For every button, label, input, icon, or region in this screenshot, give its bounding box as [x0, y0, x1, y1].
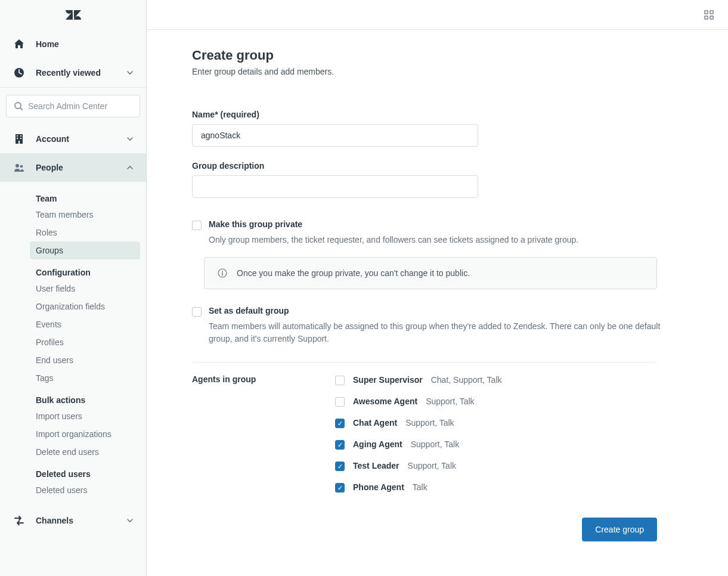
topbar [147, 0, 728, 30]
agent-products: Talk [413, 482, 427, 492]
chevron-down-icon [126, 516, 134, 525]
apps-icon[interactable] [704, 10, 714, 20]
footer-actions: Create group [192, 518, 657, 541]
agent-name: Chat Agent [353, 418, 397, 428]
page-title: Create group [192, 48, 683, 63]
create-group-button[interactable]: Create group [582, 518, 657, 541]
private-checkbox-row: Make this group private [192, 219, 683, 230]
default-checkbox[interactable] [192, 307, 202, 317]
subnav-link-import-organizations[interactable]: Import organizations [30, 425, 140, 443]
subnav-link-end-users[interactable]: End users [30, 351, 140, 369]
agent-checkbox[interactable] [335, 462, 345, 471]
chevron-down-icon [126, 135, 134, 143]
svg-rect-4 [20, 135, 21, 137]
default-checkbox-row: Set as default group [192, 306, 683, 317]
clock-icon [12, 67, 26, 79]
agent-name: Awesome Agent [353, 397, 417, 406]
svg-point-15 [222, 271, 223, 272]
svg-rect-7 [18, 141, 20, 144]
sidebar-people-label: People [36, 163, 63, 172]
content: Create group Enter group details and add… [147, 30, 728, 576]
private-checkbox[interactable] [192, 221, 202, 230]
search-input[interactable] [28, 101, 132, 111]
agent-checkbox[interactable] [335, 376, 345, 385]
svg-point-9 [20, 165, 23, 168]
svg-rect-12 [705, 16, 708, 19]
subnav-heading: Team [0, 185, 146, 206]
agent-checkbox[interactable] [335, 440, 345, 450]
agent-name: Aging Agent [353, 439, 402, 449]
main: Create group Enter group details and add… [147, 0, 728, 576]
channels-icon [12, 515, 26, 527]
svg-rect-3 [17, 135, 18, 137]
sidebar-item-channels[interactable]: Channels [0, 506, 146, 535]
search-wrap [0, 88, 146, 125]
svg-rect-10 [705, 11, 708, 14]
agent-name: Phone Agent [353, 482, 404, 492]
agent-row: Phone AgentTalk [335, 482, 502, 493]
sidebar-recently-viewed-label: Recently viewed [36, 68, 101, 78]
logo[interactable] [0, 0, 146, 30]
info-icon [218, 268, 227, 278]
private-infobox: Once you make the group private, you can… [204, 257, 657, 289]
home-icon [12, 38, 26, 50]
sidebar-item-people[interactable]: People [0, 153, 146, 182]
name-input[interactable] [192, 124, 478, 147]
default-description: Team members will automatically be assig… [209, 320, 662, 345]
subnav-heading: Configuration [0, 259, 146, 280]
svg-rect-5 [17, 138, 18, 139]
zendesk-logo-icon [66, 9, 81, 21]
agent-products: Support, Talk [411, 439, 459, 449]
sidebar-home-label: Home [36, 39, 59, 49]
search-icon [14, 101, 23, 111]
name-label: Name* (required) [192, 110, 683, 119]
subnav-link-events[interactable]: Events [30, 315, 140, 333]
agent-products: Support, Talk [405, 418, 454, 428]
agent-checkbox[interactable] [335, 419, 345, 428]
building-icon [12, 133, 26, 145]
svg-point-8 [16, 164, 19, 168]
subnav-heading: Deleted users [0, 461, 146, 481]
agent-row: Awesome AgentSupport, Talk [335, 396, 502, 407]
subnav-link-user-fields[interactable]: User fields [30, 280, 140, 298]
subnav-link-import-users[interactable]: Import users [30, 407, 140, 425]
agent-name: Super Supervisor [353, 375, 423, 385]
sidebar-item-home[interactable]: Home [0, 30, 146, 58]
sidebar: Home Recently viewed Account Pe [0, 0, 147, 576]
subnav-link-tags[interactable]: Tags [30, 369, 140, 387]
subnav-link-groups[interactable]: Groups [30, 241, 140, 259]
subnav-link-team-members[interactable]: Team members [30, 206, 140, 224]
description-label: Group description [192, 161, 683, 171]
subnav-link-delete-end-users[interactable]: Delete end users [30, 443, 140, 461]
sidebar-channels-label: Channels [36, 516, 73, 525]
subnav-link-deleted-users[interactable]: Deleted users [30, 481, 140, 499]
chevron-down-icon [126, 69, 134, 77]
subnav-link-organization-fields[interactable]: Organization fields [30, 298, 140, 315]
agent-row: Aging AgentSupport, Talk [335, 439, 502, 450]
search-box[interactable] [6, 95, 140, 117]
agent-row: Super SupervisorChat, Support, Talk [335, 374, 502, 385]
agent-name: Test Leader [353, 461, 399, 470]
subnav-link-profiles[interactable]: Profiles [30, 333, 140, 351]
private-label: Make this group private [209, 219, 302, 229]
agent-products: Support, Talk [408, 461, 456, 470]
agent-checkbox[interactable] [335, 397, 345, 407]
agent-list: Super SupervisorChat, Support, TalkAweso… [335, 374, 502, 493]
agent-checkbox[interactable] [335, 483, 345, 493]
people-subnav: TeamTeam membersRolesGroupsConfiguration… [0, 182, 146, 499]
people-icon [12, 162, 26, 174]
agent-products: Support, Talk [426, 397, 474, 406]
section-divider [192, 362, 657, 363]
sidebar-item-recently-viewed[interactable]: Recently viewed [0, 58, 146, 87]
chevron-up-icon [126, 163, 134, 172]
agent-row: Test LeaderSupport, Talk [335, 460, 502, 471]
default-label: Set as default group [209, 306, 289, 315]
agent-row: Chat AgentSupport, Talk [335, 417, 502, 428]
subnav-heading: Bulk actions [0, 387, 146, 407]
sidebar-item-account[interactable]: Account [0, 125, 146, 153]
page-subtitle: Enter group details and add members. [192, 67, 683, 76]
private-description: Only group members, the ticket requester… [209, 234, 662, 246]
subnav-link-roles[interactable]: Roles [30, 224, 140, 241]
agent-products: Chat, Support, Talk [431, 375, 502, 385]
description-input[interactable] [192, 175, 478, 198]
